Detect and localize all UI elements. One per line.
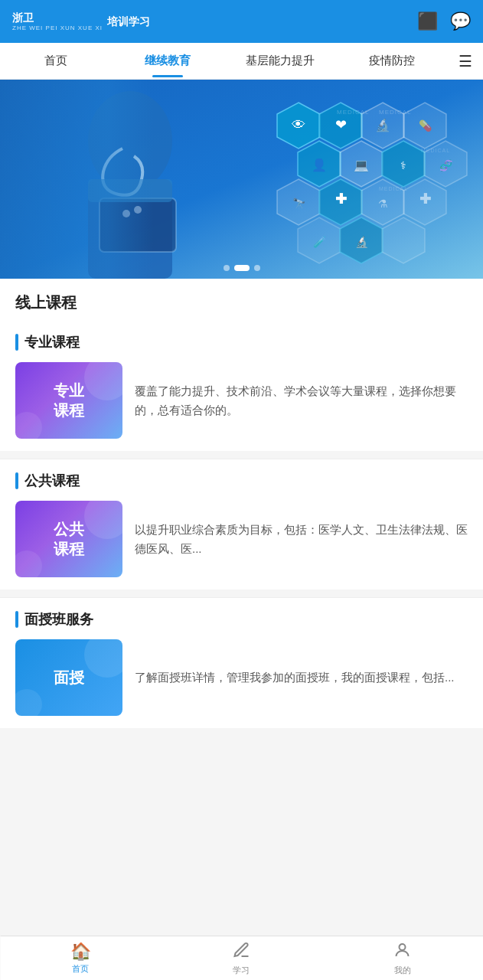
logo: 浙卫 ZHE WEI PEI XUN XUE XI xyxy=(12,11,103,31)
svg-text:🔬: 🔬 xyxy=(375,118,390,132)
header-icons: ⬛ 💬 xyxy=(417,11,471,31)
professional-header: 专业课程 xyxy=(15,333,468,351)
svg-text:🔭: 🔭 xyxy=(292,198,306,211)
nav-item-continuing[interactable]: 继续教育 xyxy=(112,44,224,77)
main-nav: 首页 继续教育 基层能力提升 疫情防控 ☰ xyxy=(0,43,483,80)
svg-text:MEDICAL: MEDICAL xyxy=(337,109,370,116)
face-card[interactable]: 面授 了解面授班详情，管理我参加的面授班，我的面授课程，包括... xyxy=(15,639,468,716)
logo-area: 浙卫 ZHE WEI PEI XUN XUE XI 培训学习 xyxy=(12,11,150,31)
public-card[interactable]: 公共 课程 以提升职业综合素质为目标，包括：医学人文、卫生法律法规、医德医风、医… xyxy=(15,501,468,577)
logo-sub-area: 培训学习 xyxy=(107,15,150,28)
banner-dots xyxy=(224,265,260,271)
public-title: 公共课程 xyxy=(24,472,80,490)
thumb-deco-2 xyxy=(15,412,42,439)
professional-thumb: 专业 课程 xyxy=(15,362,122,439)
svg-text:💊: 💊 xyxy=(419,119,432,132)
svg-text:👁: 👁 xyxy=(292,117,305,132)
public-header: 公共课程 xyxy=(15,472,468,490)
nav-item-grassroots[interactable]: 基层能力提升 xyxy=(224,44,336,77)
public-thumb: 公共 课程 xyxy=(15,501,122,577)
header: 浙卫 ZHE WEI PEI XUN XUE XI 培训学习 ⬛ 💬 xyxy=(0,0,483,43)
svg-text:❤: ❤ xyxy=(335,117,347,132)
svg-rect-40 xyxy=(0,80,153,279)
svg-text:🧪: 🧪 xyxy=(313,236,327,249)
professional-card[interactable]: 专业 课程 覆盖了能力提升、技术前沿、学术会议等大量课程，选择你想要的，总有适合… xyxy=(15,362,468,439)
thumb-deco-5 xyxy=(84,639,122,678)
nav-item-epidemic[interactable]: 疫情防控 xyxy=(336,44,448,77)
section-bar-professional xyxy=(15,334,18,351)
banner-dot-3[interactable] xyxy=(254,265,260,271)
face-header: 面授班服务 xyxy=(15,610,468,629)
page-title: 线上课程 xyxy=(15,294,77,311)
message-icon[interactable]: 💬 xyxy=(450,11,471,31)
thumb-deco-4 xyxy=(15,550,42,577)
svg-text:⚗: ⚗ xyxy=(378,198,388,210)
scan-icon[interactable]: ⬛ xyxy=(417,11,438,31)
public-thumb-label: 公共 课程 xyxy=(54,519,84,559)
thumb-deco-3 xyxy=(84,501,122,539)
svg-text:🧬: 🧬 xyxy=(439,159,453,172)
nav-item-home[interactable]: 首页 xyxy=(0,44,112,77)
thumb-deco-1 xyxy=(84,362,122,400)
svg-text:💻: 💻 xyxy=(354,158,369,172)
nav-more-button[interactable]: ☰ xyxy=(448,52,483,70)
face-thumb-label: 面授 xyxy=(54,668,84,688)
banner-dot-2[interactable] xyxy=(234,265,250,271)
banner-dot-1[interactable] xyxy=(224,265,230,271)
professional-title: 专业课程 xyxy=(24,333,80,351)
svg-text:✚: ✚ xyxy=(419,191,431,207)
svg-text:⚕: ⚕ xyxy=(400,159,406,172)
banner-svg: 👁 ❤ 🔬 💊 👤 💻 ⚕ 🧬 🔭 ✚ ⚗ ✚ 🧪 🔬 ME xyxy=(0,80,483,279)
svg-text:🔬: 🔬 xyxy=(355,236,369,249)
professional-thumb-label: 专业 课程 xyxy=(54,381,84,420)
logo-pinyin-text: ZHE WEI PEI XUN XUE XI xyxy=(12,24,103,31)
section-bar-face xyxy=(15,611,18,628)
svg-text:✚: ✚ xyxy=(335,191,347,207)
logo-sub-text: 培训学习 xyxy=(107,15,150,28)
banner: 👁 ❤ 🔬 💊 👤 💻 ⚕ 🧬 🔭 ✚ ⚗ ✚ 🧪 🔬 ME xyxy=(0,80,483,279)
svg-text:👤: 👤 xyxy=(312,158,327,172)
professional-desc: 覆盖了能力提升、技术前沿、学术会议等大量课程，选择你想要的，总有适合你的。 xyxy=(135,381,468,420)
public-section: 公共课程 公共 课程 以提升职业综合素质为目标，包括：医学人文、卫生法律法规、医… xyxy=(0,459,483,590)
thumb-deco-6 xyxy=(15,689,42,716)
section-bar-public xyxy=(15,472,18,489)
logo-main-text: 浙卫 xyxy=(12,11,103,24)
svg-text:MEDICAL: MEDICAL xyxy=(421,148,450,153)
svg-text:MEDICAL: MEDICAL xyxy=(379,109,412,116)
page-title-bar: 线上课程 xyxy=(0,279,483,321)
face-thumb: 面授 xyxy=(15,639,122,716)
face-section: 面授班服务 面授 了解面授班详情，管理我参加的面授班，我的面授课程，包括... xyxy=(0,598,483,728)
professional-section: 专业课程 专业 课程 覆盖了能力提升、技术前沿、学术会议等大量课程，选择你想要的… xyxy=(0,321,483,451)
public-desc: 以提升职业综合素质为目标，包括：医学人文、卫生法律法规、医德医风、医... xyxy=(135,520,468,559)
svg-text:MEDICAL: MEDICAL xyxy=(379,186,408,191)
face-desc: 了解面授班详情，管理我参加的面授班，我的面授课程，包括... xyxy=(135,668,468,688)
face-title: 面授班服务 xyxy=(24,610,93,629)
main-content: 线上课程 专业课程 专业 课程 覆盖了能力提升、技术前沿、学术会议等大量课程，选… xyxy=(0,279,483,728)
